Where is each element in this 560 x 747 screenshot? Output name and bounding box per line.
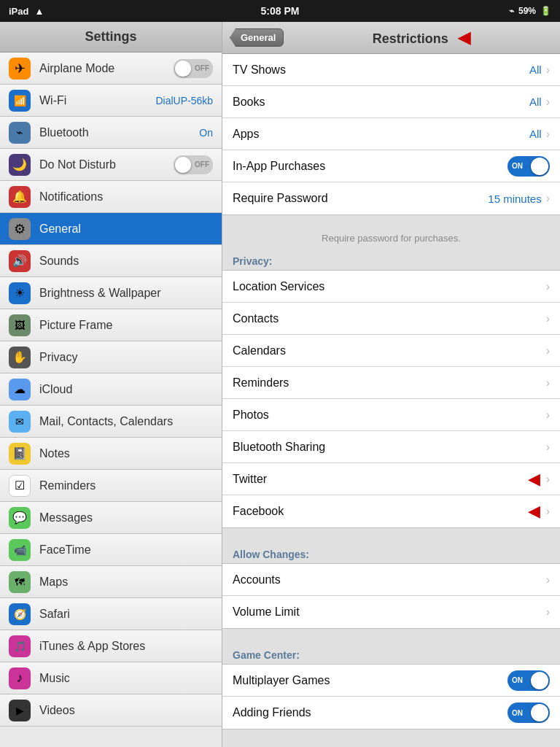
sidebar-item-messages[interactable]: 💬 Messages — [0, 502, 222, 534]
sidebar-list: ✈ Airplane Mode OFF 📶 Wi-Fi DialUP-56kb … — [0, 53, 222, 727]
sidebar-item-mail[interactable]: ✉ Mail, Contacts, Calendars — [0, 406, 222, 438]
sidebar-label-airplane: Airplane Mode — [39, 62, 174, 75]
adding-friends-row[interactable]: Adding Friends ON — [222, 697, 560, 729]
photos-chevron: › — [546, 409, 550, 422]
password-label: Require Password — [233, 192, 488, 205]
facebook-row[interactable]: Facebook ◀ › — [222, 495, 560, 527]
sidebar-item-notifications[interactable]: 🔔 Notifications — [0, 181, 222, 213]
sidebar-label-wifi: Wi-Fi — [39, 94, 155, 107]
sidebar-item-sounds[interactable]: 🔊 Sounds — [0, 245, 222, 277]
contacts-row[interactable]: Contacts › — [222, 303, 560, 335]
apps-label: Apps — [233, 128, 529, 141]
facebook-label: Facebook — [233, 505, 528, 518]
facebook-chevron: › — [546, 505, 550, 518]
reminders-icon: ☑ — [9, 475, 31, 497]
sidebar-label-messages: Messages — [39, 511, 213, 525]
sidebar-item-icloud[interactable]: ☁ iCloud — [0, 374, 222, 406]
multiplayer-label: Multiplayer Games — [233, 674, 508, 687]
battery-icon: 🔋 — [540, 6, 551, 16]
notifications-icon: 🔔 — [9, 186, 31, 208]
pictureframe-icon: 🖼 — [9, 314, 31, 336]
bluetooth-sharing-row[interactable]: Bluetooth Sharing › — [222, 431, 560, 463]
sidebar-item-donotdisturb[interactable]: 🌙 Do Not Disturb OFF — [0, 149, 222, 181]
sidebar-label-general: General — [39, 222, 213, 236]
top-rows-group: TV Shows All › Books All › Apps All › In… — [222, 54, 560, 215]
reminders-chevron: › — [546, 376, 550, 390]
donotdisturb-toggle[interactable]: OFF — [174, 155, 213, 174]
sidebar-item-general[interactable]: ⚙ General — [0, 213, 222, 245]
accounts-row[interactable]: Accounts › — [222, 564, 560, 596]
reminders-row[interactable]: Reminders › — [222, 367, 560, 399]
back-button[interactable]: General — [230, 28, 284, 47]
general-icon: ⚙ — [9, 218, 31, 240]
password-value: 15 minutes — [488, 193, 541, 205]
tvshows-row[interactable]: TV Shows All › — [222, 54, 560, 86]
sidebar-item-airplane[interactable]: ✈ Airplane Mode OFF — [0, 53, 222, 85]
sidebar-label-notifications: Notifications — [39, 190, 213, 204]
sidebar-item-pictureframe[interactable]: 🖼 Picture Frame — [0, 309, 222, 341]
content-panel: General Restrictions ◀ TV Shows All › Bo… — [222, 22, 560, 747]
accounts-label: Accounts — [233, 573, 546, 587]
bluetooth-sharing-label: Bluetooth Sharing — [233, 441, 546, 454]
inapp-toggle[interactable]: ON — [508, 156, 550, 177]
twitter-row[interactable]: Twitter ◀ › — [222, 463, 560, 495]
sidebar-item-videos[interactable]: ▶ Videos — [0, 694, 222, 727]
tvshows-label: TV Shows — [233, 63, 529, 77]
twitter-chevron: › — [546, 473, 550, 486]
books-chevron: › — [546, 96, 550, 109]
sidebar-label-safari: Safari — [39, 608, 213, 621]
sounds-icon: 🔊 — [9, 250, 31, 272]
adding-friends-toggle[interactable]: ON — [508, 703, 550, 723]
apps-chevron: › — [546, 128, 550, 141]
title-arrow-annotation: ◀ — [458, 28, 470, 47]
airplane-toggle[interactable]: OFF — [174, 59, 213, 78]
apps-value: All — [529, 128, 542, 140]
sidebar-label-mail: Mail, Contacts, Calendars — [39, 415, 213, 428]
bluetooth-value: On — [199, 127, 213, 139]
sidebar-item-itunes[interactable]: 🎵 iTunes & App Stores — [0, 630, 222, 662]
sidebar-item-music[interactable]: ♪ Music — [0, 662, 222, 694]
photos-label: Photos — [233, 409, 546, 422]
sidebar-label-brightness: Brightness & Wallpaper — [39, 287, 213, 300]
inapp-row[interactable]: In-App Purchases ON — [222, 150, 560, 182]
password-hint: Require password for purchases. — [222, 230, 560, 249]
sidebar-item-safari[interactable]: 🧭 Safari — [0, 598, 222, 630]
sidebar-label-pictureframe: Picture Frame — [39, 319, 213, 332]
bluetooth-icon: ⌁ — [9, 122, 31, 144]
sidebar-item-brightness[interactable]: ☀ Brightness & Wallpaper — [0, 277, 222, 309]
sidebar-item-notes[interactable]: 📓 Notes — [0, 438, 222, 470]
sidebar-label-reminders: Reminders — [39, 479, 213, 492]
sidebar-label-facetime: FaceTime — [39, 543, 213, 557]
sidebar-label-icloud: iCloud — [39, 383, 213, 396]
calendars-label: Calendars — [233, 344, 546, 357]
volume-limit-label: Volume Limit — [233, 605, 546, 619]
sidebar-item-maps[interactable]: 🗺 Maps — [0, 566, 222, 598]
privacy-icon: ✋ — [9, 347, 31, 368]
password-row[interactable]: Require Password 15 minutes › — [222, 182, 560, 214]
sidebar-label-music: Music — [39, 672, 213, 685]
device-label: iPad — [9, 6, 28, 17]
content-header: General Restrictions ◀ — [222, 22, 560, 54]
books-row[interactable]: Books All › — [222, 86, 560, 118]
sidebar-item-wifi[interactable]: 📶 Wi-Fi DialUP-56kb — [0, 85, 222, 117]
privacy-group: Location Services › Contacts › Calendars… — [222, 270, 560, 528]
tvshows-value: All — [529, 63, 542, 76]
multiplayer-toggle[interactable]: ON — [508, 670, 550, 691]
accounts-chevron: › — [546, 573, 550, 587]
apps-row[interactable]: Apps All › — [222, 118, 560, 150]
calendars-row[interactable]: Calendars › — [222, 335, 560, 367]
multiplayer-row[interactable]: Multiplayer Games ON — [222, 665, 560, 697]
photos-row[interactable]: Photos › — [222, 399, 560, 431]
contacts-chevron: › — [546, 312, 550, 325]
wifi-icon: 📶 — [9, 90, 31, 112]
books-value: All — [529, 96, 542, 108]
inapp-label: In-App Purchases — [233, 160, 508, 173]
wifi-icon: ▲ — [34, 6, 44, 17]
sidebar-item-privacy[interactable]: ✋ Privacy — [0, 341, 222, 374]
itunes-icon: 🎵 — [9, 635, 31, 657]
volume-limit-row[interactable]: Volume Limit › — [222, 596, 560, 628]
sidebar-item-bluetooth[interactable]: ⌁ Bluetooth On — [0, 117, 222, 149]
sidebar-item-reminders[interactable]: ☑ Reminders — [0, 470, 222, 502]
location-row[interactable]: Location Services › — [222, 271, 560, 303]
sidebar-item-facetime[interactable]: 📹 FaceTime — [0, 534, 222, 566]
